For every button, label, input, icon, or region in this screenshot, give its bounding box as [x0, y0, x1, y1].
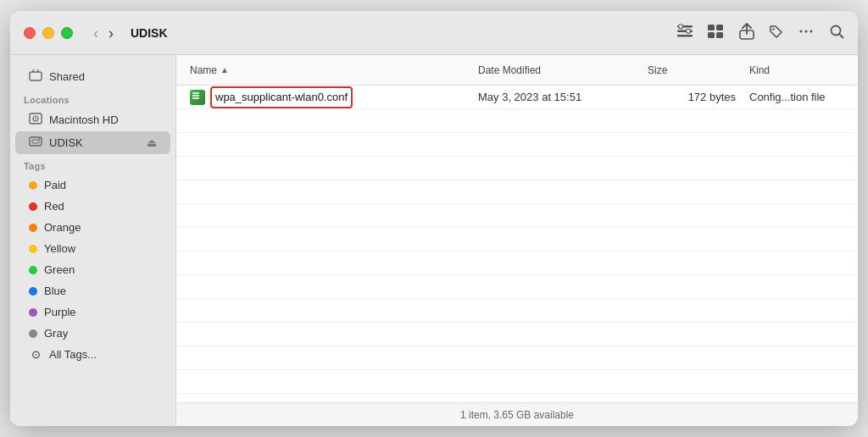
view-options-icon[interactable]	[676, 24, 693, 42]
grid-view-icon[interactable]	[707, 24, 726, 42]
back-button[interactable]: ‹	[90, 24, 102, 42]
all-tags-label: All Tags...	[49, 348, 97, 361]
table-row[interactable]: wpa_supplicant-wlan0.conf May 3, 2023 at…	[176, 86, 858, 109]
size-column-header[interactable]: Size	[648, 64, 749, 76]
file-name-text: wpa_supplicant-wlan0.conf	[210, 86, 353, 108]
svg-point-3	[679, 24, 683, 28]
toolbar-right	[676, 23, 844, 43]
sidebar-tag-yellow[interactable]: Yellow	[15, 238, 170, 259]
table-row	[176, 109, 858, 133]
minimize-button[interactable]	[42, 27, 54, 39]
sidebar-all-tags[interactable]: ⊙ All Tags...	[15, 344, 170, 365]
svg-rect-6	[716, 25, 723, 30]
table-row	[176, 346, 858, 370]
date-column-header[interactable]: Date Modified	[478, 64, 648, 76]
table-row	[176, 157, 858, 180]
svg-rect-7	[708, 32, 715, 38]
sidebar-item-macintosh-hd[interactable]: Macintosh HD	[15, 108, 170, 131]
sidebar-udisk-label: UDISK	[49, 136, 83, 149]
finder-window: ‹ › UDISK	[10, 11, 858, 426]
sidebar-macintosh-hd-label: Macintosh HD	[49, 113, 119, 126]
svg-point-4	[687, 29, 691, 33]
svg-rect-21	[32, 140, 39, 143]
yellow-tag-dot	[29, 245, 37, 253]
gray-tag-label: Gray	[44, 327, 68, 340]
svg-rect-16	[30, 72, 42, 80]
svg-line-15	[839, 34, 843, 38]
svg-point-12	[805, 30, 808, 32]
yellow-tag-label: Yellow	[44, 242, 75, 255]
file-area: Name ▲ Date Modified Size Kind wpa_suppl…	[176, 55, 858, 426]
statusbar: 1 item, 3.65 GB available	[176, 402, 858, 426]
sidebar-tag-blue[interactable]: Blue	[15, 280, 170, 301]
traffic-lights	[24, 27, 73, 39]
gray-tag-dot	[29, 329, 37, 338]
tags-section-label: Tags	[10, 154, 175, 174]
table-row	[176, 394, 858, 402]
table-row	[176, 228, 858, 252]
purple-tag-dot	[29, 308, 37, 317]
table-row	[176, 204, 858, 228]
file-row-date: May 3, 2023 at 15:51	[478, 91, 648, 103]
more-options-icon[interactable]	[797, 24, 815, 42]
search-icon[interactable]	[829, 24, 844, 42]
red-tag-label: Red	[44, 200, 64, 213]
orange-tag-dot	[29, 224, 37, 232]
blue-tag-label: Blue	[44, 285, 66, 297]
blue-tag-dot	[29, 287, 37, 296]
sidebar: Shared Locations Macintosh HD	[10, 55, 176, 426]
sidebar-tag-gray[interactable]: Gray	[15, 323, 170, 344]
paid-tag-dot	[29, 181, 37, 190]
nav-buttons: ‹ ›	[90, 24, 117, 42]
forward-button[interactable]: ›	[105, 24, 117, 42]
eject-icon[interactable]: ⏏	[147, 136, 157, 149]
sidebar-tag-red[interactable]: Red	[15, 196, 170, 217]
svg-point-22	[39, 138, 41, 140]
titlebar: ‹ › UDISK	[10, 11, 858, 55]
fullscreen-button[interactable]	[61, 27, 73, 39]
locations-section-label: Locations	[10, 88, 175, 108]
orange-tag-label: Orange	[44, 221, 81, 234]
table-row	[176, 180, 858, 204]
hd-icon	[29, 113, 42, 127]
conf-file-icon	[190, 90, 205, 105]
table-row	[176, 252, 858, 275]
sidebar-item-shared-label: Shared	[49, 70, 85, 83]
table-row	[176, 275, 858, 299]
kind-column-header[interactable]: Kind	[749, 64, 770, 76]
all-tags-icon: ⊙	[29, 348, 42, 361]
file-row-kind: Config...tion file	[749, 91, 826, 103]
close-button[interactable]	[24, 27, 36, 39]
svg-point-19	[35, 118, 36, 119]
sort-arrow-icon: ▲	[220, 65, 229, 75]
sidebar-tag-green[interactable]: Green	[15, 259, 170, 280]
tag-icon[interactable]	[768, 24, 783, 42]
sidebar-tag-purple[interactable]: Purple	[15, 301, 170, 323]
sidebar-tag-orange[interactable]: Orange	[15, 217, 170, 238]
green-tag-dot	[29, 266, 37, 274]
share-icon[interactable]	[739, 23, 754, 43]
table-row	[176, 323, 858, 346]
sidebar-tag-paid[interactable]: Paid	[15, 174, 170, 196]
table-row	[176, 133, 858, 157]
red-tag-dot	[29, 202, 37, 211]
svg-rect-5	[708, 25, 715, 30]
purple-tag-label: Purple	[44, 306, 76, 318]
svg-point-13	[810, 30, 813, 32]
shared-icon	[29, 69, 42, 84]
file-header: Name ▲ Date Modified Size Kind	[176, 55, 858, 86]
name-column-label: Name	[190, 64, 217, 76]
table-row	[176, 370, 858, 394]
file-list: wpa_supplicant-wlan0.conf May 3, 2023 at…	[176, 86, 858, 402]
svg-point-11	[800, 30, 803, 32]
file-row-size: 172 bytes	[648, 91, 749, 103]
name-column-header[interactable]: Name ▲	[190, 64, 478, 76]
svg-rect-2	[677, 35, 693, 37]
udisk-icon	[29, 136, 42, 150]
sidebar-item-udisk[interactable]: UDISK ⏏	[15, 131, 170, 154]
statusbar-text: 1 item, 3.65 GB available	[460, 409, 574, 421]
svg-point-10	[772, 28, 774, 30]
paid-tag-label: Paid	[44, 179, 66, 191]
sidebar-item-shared[interactable]: Shared	[15, 65, 170, 88]
green-tag-label: Green	[44, 263, 75, 276]
